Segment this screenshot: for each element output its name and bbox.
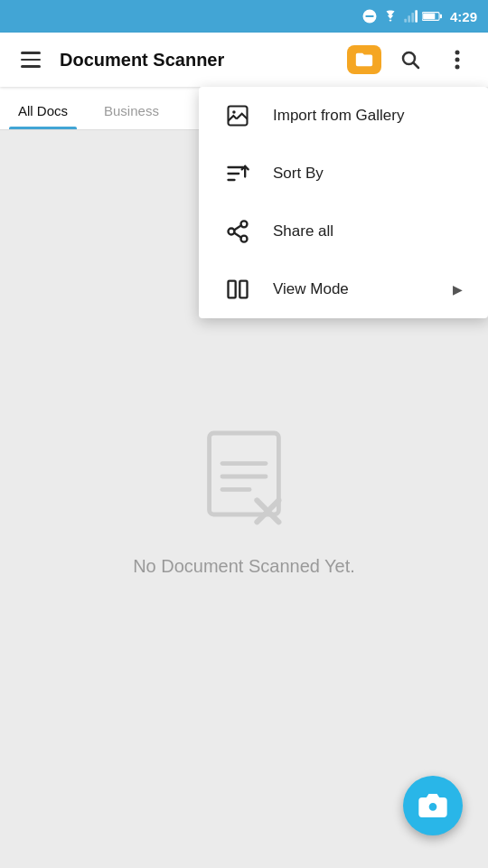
svg-line-23	[234, 233, 241, 238]
svg-rect-2	[408, 15, 410, 22]
menu-item-share-all[interactable]: Share all	[199, 203, 488, 260]
svg-point-14	[232, 110, 236, 114]
empty-state-text: No Document Scanned Yet.	[133, 556, 355, 577]
svg-rect-26	[210, 433, 279, 514]
svg-point-32	[428, 802, 438, 812]
svg-point-10	[455, 51, 460, 55]
hamburger-icon	[21, 52, 41, 68]
share-all-label: Share all	[273, 222, 463, 241]
dnd-icon	[361, 8, 378, 24]
more-menu-button[interactable]	[439, 42, 475, 78]
dropdown-menu: Import from Gallery Sort By Share al	[199, 87, 488, 318]
sort-by-label: Sort By	[273, 165, 463, 183]
view-mode-label: View Mode	[273, 280, 431, 298]
svg-point-12	[455, 65, 460, 70]
search-button[interactable]	[392, 42, 428, 78]
search-icon	[399, 49, 421, 71]
empty-state-icon	[190, 422, 298, 534]
svg-point-11	[455, 58, 460, 62]
app-bar: Document Scanner	[0, 33, 488, 87]
svg-rect-7	[440, 14, 442, 18]
chevron-right-icon: ▶	[453, 282, 463, 297]
share-icon	[224, 219, 251, 244]
signal-icon	[403, 9, 418, 24]
status-bar: 4:29	[0, 0, 488, 33]
svg-rect-1	[404, 19, 407, 23]
menu-item-view-mode[interactable]: View Mode ▶	[199, 260, 488, 318]
status-icons: 4:29	[361, 8, 477, 24]
hamburger-menu-button[interactable]	[13, 42, 49, 78]
menu-item-sort-by[interactable]: Sort By	[199, 145, 488, 203]
sort-icon	[224, 161, 251, 186]
folder-add-icon	[354, 50, 374, 70]
svg-rect-6	[423, 14, 435, 20]
view-mode-icon	[224, 277, 251, 302]
svg-rect-25	[239, 281, 247, 298]
tab-all-docs[interactable]: All Docs	[0, 103, 86, 129]
folder-add-button[interactable]	[347, 45, 381, 74]
svg-line-9	[414, 63, 419, 69]
svg-rect-24	[229, 281, 236, 298]
svg-rect-3	[411, 13, 414, 23]
camera-fab-button[interactable]	[403, 776, 463, 835]
svg-line-22	[234, 225, 241, 230]
status-time: 4:29	[450, 9, 477, 24]
wifi-icon	[382, 9, 399, 24]
camera-icon	[418, 791, 447, 820]
svg-rect-4	[415, 10, 418, 22]
battery-icon	[422, 10, 442, 23]
import-gallery-icon	[224, 103, 251, 128]
app-title: Document Scanner	[60, 50, 336, 71]
import-gallery-label: Import from Gallery	[273, 107, 463, 125]
tab-business[interactable]: Business	[86, 103, 177, 129]
menu-item-import-gallery[interactable]: Import from Gallery	[199, 87, 488, 145]
more-vertical-icon	[455, 49, 460, 71]
